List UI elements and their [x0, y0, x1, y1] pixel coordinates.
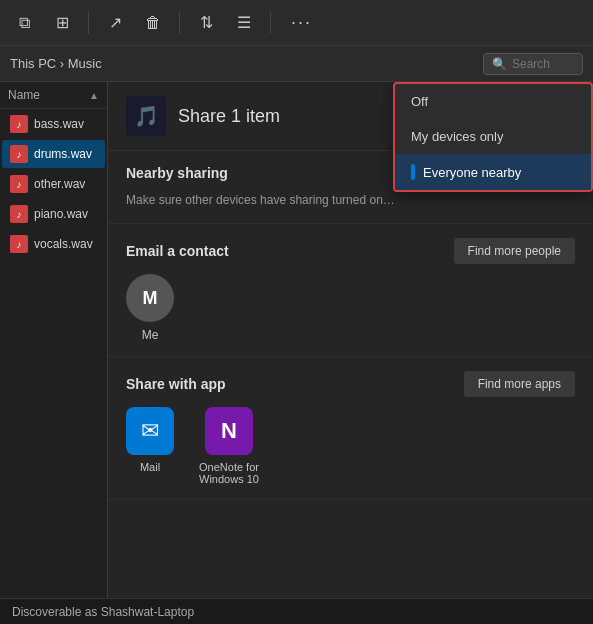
file-item-drums[interactable]: ♪ drums.wav	[2, 140, 105, 168]
nearby-sharing-description: Make sure other devices have sharing tur…	[126, 191, 575, 209]
avatar-label-me: Me	[142, 328, 159, 342]
dropdown-option-my-devices[interactable]: My devices only	[395, 119, 591, 154]
dropdown-option-everyone[interactable]: Everyone nearby	[395, 154, 591, 190]
audio-icon: ♪	[10, 205, 28, 223]
contacts-grid: M Me	[126, 274, 575, 342]
file-name: piano.wav	[34, 207, 88, 221]
everyone-nearby-label: Everyone nearby	[423, 165, 521, 180]
find-more-people-button[interactable]: Find more people	[454, 238, 575, 264]
audio-icon: ♪	[10, 145, 28, 163]
nearby-sharing-label: Nearby sharing	[126, 165, 228, 181]
toolbar-separator	[88, 12, 89, 34]
email-contact-header: Email a contact Find more people	[126, 238, 575, 264]
sort-arrow-icon: ▲	[89, 90, 99, 101]
search-icon: 🔍	[492, 57, 507, 71]
toolbar: ⧉ ⊞ ↗ 🗑 ⇅ ☰ ···	[0, 0, 593, 46]
toolbar-separator-3	[270, 12, 271, 34]
app-mail[interactable]: ✉ Mail	[126, 407, 174, 485]
apps-grid: ✉ Mail N OneNote for Windows 10	[126, 407, 575, 485]
column-header: Name ▲	[0, 82, 107, 109]
share-with-app-header: Share with app Find more apps	[126, 371, 575, 397]
file-name: drums.wav	[34, 147, 92, 161]
delete-icon[interactable]: 🗑	[139, 9, 167, 37]
share-with-app-label: Share with app	[126, 376, 226, 392]
search-input[interactable]	[512, 57, 582, 71]
active-indicator	[411, 164, 415, 180]
audio-icon: ♪	[10, 175, 28, 193]
share-with-app-section: Share with app Find more apps ✉ Mail N O…	[108, 357, 593, 500]
layout-icon[interactable]: ⊞	[48, 9, 76, 37]
status-text: Discoverable as Shashwat-Laptop	[12, 605, 194, 619]
file-item-bass[interactable]: ♪ bass.wav	[2, 110, 105, 138]
status-bar: Discoverable as Shashwat-Laptop	[0, 598, 593, 624]
email-contact-section: Email a contact Find more people M Me	[108, 224, 593, 357]
mail-label: Mail	[140, 461, 160, 473]
find-more-apps-button[interactable]: Find more apps	[464, 371, 575, 397]
address-bar: This PC › Music 🔍	[0, 46, 593, 82]
view-icon[interactable]: ☰	[230, 9, 258, 37]
copy-icon[interactable]: ⧉	[10, 9, 38, 37]
name-column-label: Name	[8, 88, 40, 102]
sort-icon[interactable]: ⇅	[192, 9, 220, 37]
app-onenote[interactable]: N OneNote for Windows 10	[194, 407, 264, 485]
share-panel: 🎵 Share 1 item Nearby sharing Make sure …	[108, 82, 593, 598]
file-item-other[interactable]: ♪ other.wav	[2, 170, 105, 198]
nearby-sharing-dropdown: Off My devices only Everyone nearby	[393, 82, 593, 192]
file-name: other.wav	[34, 177, 85, 191]
file-list-sidebar: Name ▲ ♪ bass.wav ♪ drums.wav ♪ other.wa…	[0, 82, 108, 598]
file-item-vocals[interactable]: ♪ vocals.wav	[2, 230, 105, 258]
contact-me[interactable]: M Me	[126, 274, 174, 342]
email-contact-label: Email a contact	[126, 243, 229, 259]
toolbar-separator-2	[179, 12, 180, 34]
mail-icon: ✉	[126, 407, 174, 455]
off-label: Off	[411, 94, 428, 109]
file-item-piano[interactable]: ♪ piano.wav	[2, 200, 105, 228]
content-area: Name ▲ ♪ bass.wav ♪ drums.wav ♪ other.wa…	[0, 82, 593, 598]
file-name: bass.wav	[34, 117, 84, 131]
more-options-button[interactable]: ···	[283, 8, 320, 37]
my-devices-label: My devices only	[411, 129, 503, 144]
avatar-me: M	[126, 274, 174, 322]
breadcrumb: This PC › Music	[10, 56, 475, 71]
onenote-icon: N	[205, 407, 253, 455]
search-box[interactable]: 🔍	[483, 53, 583, 75]
share-icon[interactable]: ↗	[101, 9, 129, 37]
dropdown-option-off[interactable]: Off	[395, 84, 591, 119]
share-title: Share 1 item	[178, 106, 280, 127]
share-file-icon: 🎵	[126, 96, 166, 136]
file-name: vocals.wav	[34, 237, 93, 251]
audio-icon: ♪	[10, 235, 28, 253]
onenote-label: OneNote for Windows 10	[194, 461, 264, 485]
audio-icon: ♪	[10, 115, 28, 133]
